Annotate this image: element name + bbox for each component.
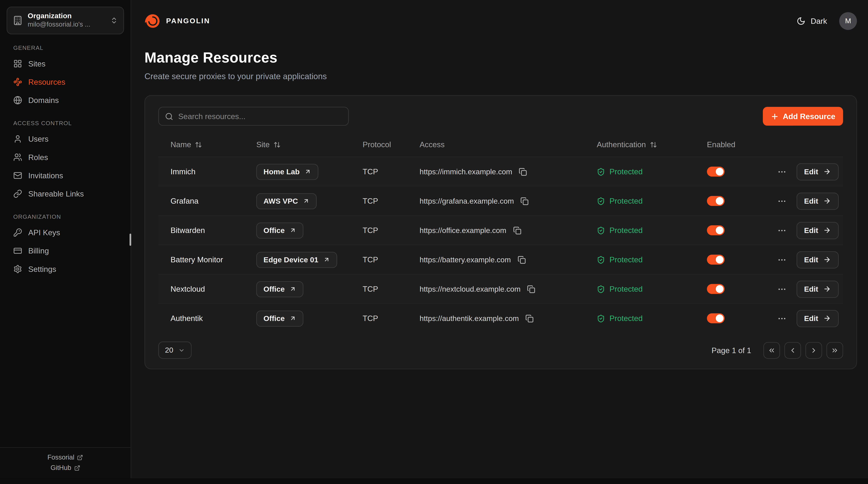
- table-body: Immich Home Lab TCP https://immich.examp…: [158, 157, 843, 333]
- page-size-select[interactable]: 20: [158, 341, 191, 359]
- row-menu-button[interactable]: [776, 224, 787, 236]
- column-site: Site: [256, 140, 270, 149]
- auth-status: Protected: [610, 226, 643, 235]
- enabled-toggle[interactable]: [707, 255, 724, 265]
- search-input[interactable]: [178, 112, 342, 121]
- sidebar-item-roles[interactable]: Roles: [7, 148, 124, 167]
- resource-name: Nextcloud: [170, 284, 256, 293]
- enabled-toggle[interactable]: [707, 313, 724, 323]
- sort-site-button[interactable]: [274, 141, 281, 148]
- site-link-button[interactable]: Home Lab: [256, 163, 318, 180]
- toggle-knob: [716, 256, 723, 264]
- copy-icon[interactable]: [518, 166, 528, 177]
- enabled-toggle[interactable]: [707, 225, 724, 235]
- sidebar-item-label: Invitations: [28, 171, 63, 180]
- table-row: Bitwarden Office TCP https://office.exam…: [158, 215, 843, 245]
- sidebar-scrollbar-thumb[interactable]: [129, 234, 131, 246]
- row-menu-button[interactable]: [776, 312, 787, 324]
- sidebar-item-label: Settings: [28, 265, 56, 274]
- credit-card-icon: [13, 246, 22, 255]
- row-menu-button[interactable]: [776, 166, 787, 177]
- resource-name: Immich: [170, 167, 256, 176]
- card-toolbar: Add Resource: [158, 107, 843, 125]
- arrow-right-icon: [823, 168, 831, 176]
- add-resource-label: Add Resource: [783, 112, 835, 121]
- theme-toggle-button[interactable]: Dark: [797, 16, 827, 25]
- resource-protocol: TCP: [363, 167, 420, 176]
- sidebar-item-sites[interactable]: Sites: [7, 55, 124, 73]
- topbar-right: Dark M: [797, 12, 857, 30]
- copy-icon[interactable]: [517, 254, 527, 265]
- edit-label: Edit: [804, 197, 818, 205]
- first-page-button[interactable]: [763, 342, 780, 359]
- resources-card: Add Resource Name Site Protocol Access A…: [145, 95, 857, 369]
- row-menu-button[interactable]: [776, 195, 787, 207]
- gear-icon: [13, 265, 22, 274]
- footer-link-label: Fossorial: [48, 453, 74, 461]
- enabled-toggle[interactable]: [707, 196, 724, 206]
- edit-button[interactable]: Edit: [796, 310, 839, 327]
- row-menu-button[interactable]: [776, 283, 787, 295]
- external-link-arrow-icon: [290, 227, 296, 234]
- sidebar-item-shareable-links[interactable]: Shareable Links: [7, 185, 124, 203]
- toggle-knob: [716, 197, 723, 205]
- sort-name-button[interactable]: [195, 141, 202, 148]
- edit-button[interactable]: Edit: [796, 222, 839, 239]
- mail-icon: [13, 171, 22, 180]
- site-link-button[interactable]: Office: [256, 310, 304, 326]
- edit-button[interactable]: Edit: [796, 163, 839, 180]
- site-name: Office: [264, 314, 285, 323]
- resource-name: Bitwarden: [170, 226, 256, 235]
- row-menu-button[interactable]: [776, 254, 787, 266]
- previous-page-button[interactable]: [784, 342, 801, 359]
- sidebar-item-invitations[interactable]: Invitations: [7, 167, 124, 185]
- column-protocol: Protocol: [363, 140, 391, 149]
- auth-status: Protected: [610, 196, 643, 205]
- sidebar-item-domains[interactable]: Domains: [7, 91, 124, 110]
- site-name: Edge Device 01: [264, 255, 318, 264]
- sidebar-item-settings[interactable]: Settings: [7, 260, 124, 278]
- theme-toggle-label: Dark: [811, 16, 827, 25]
- sidebar-item-label: Shareable Links: [28, 189, 84, 199]
- edit-button[interactable]: Edit: [796, 192, 839, 210]
- org-selector[interactable]: Organization milo@fossorial.io's ...: [7, 7, 124, 34]
- site-link-button[interactable]: Edge Device 01: [256, 251, 337, 268]
- page-head: Manage Resources Create secure proxies t…: [131, 41, 868, 81]
- site-link-button[interactable]: Office: [256, 281, 304, 297]
- sidebar-item-label: Billing: [28, 246, 49, 255]
- site-name: Office: [264, 226, 285, 235]
- edit-label: Edit: [804, 226, 818, 235]
- last-page-button[interactable]: [827, 342, 843, 359]
- sidebar-item-users[interactable]: Users: [7, 130, 124, 148]
- copy-icon[interactable]: [526, 284, 536, 294]
- moon-icon: [797, 16, 806, 25]
- enabled-toggle[interactable]: [707, 284, 724, 294]
- footer-link-github[interactable]: GitHub: [51, 464, 80, 472]
- copy-icon[interactable]: [512, 225, 522, 236]
- sidebar-item-billing[interactable]: Billing: [7, 242, 124, 260]
- avatar[interactable]: M: [839, 12, 857, 30]
- copy-icon[interactable]: [524, 313, 535, 324]
- site-link-button[interactable]: Office: [256, 222, 304, 238]
- shield-check-icon: [597, 197, 605, 205]
- enabled-toggle[interactable]: [707, 167, 724, 177]
- copy-icon[interactable]: [519, 195, 530, 206]
- footer-link-fossorial[interactable]: Fossorial: [48, 453, 83, 461]
- add-resource-button[interactable]: Add Resource: [763, 107, 843, 125]
- sort-authentication-button[interactable]: [650, 141, 657, 148]
- arrow-right-icon: [823, 285, 831, 293]
- site-link-button[interactable]: AWS VPC: [256, 193, 317, 209]
- next-page-button[interactable]: [806, 342, 822, 359]
- table-row: Authentik Office TCP https://authentik.e…: [158, 303, 843, 333]
- edit-button[interactable]: Edit: [796, 251, 839, 268]
- resource-protocol: TCP: [363, 284, 420, 293]
- sidebar-item-api-keys[interactable]: API Keys: [7, 223, 124, 242]
- access-url: https://grafana.example.com: [420, 197, 514, 205]
- globe-icon: [13, 96, 22, 105]
- sidebar-nav: GENERAL Sites Resources Domains ACCESS C…: [7, 34, 124, 278]
- column-name: Name: [170, 140, 191, 149]
- arrow-right-icon: [823, 256, 831, 264]
- sidebar-item-label: Sites: [28, 59, 45, 68]
- edit-button[interactable]: Edit: [796, 280, 839, 298]
- sidebar-item-resources[interactable]: Resources: [7, 73, 124, 91]
